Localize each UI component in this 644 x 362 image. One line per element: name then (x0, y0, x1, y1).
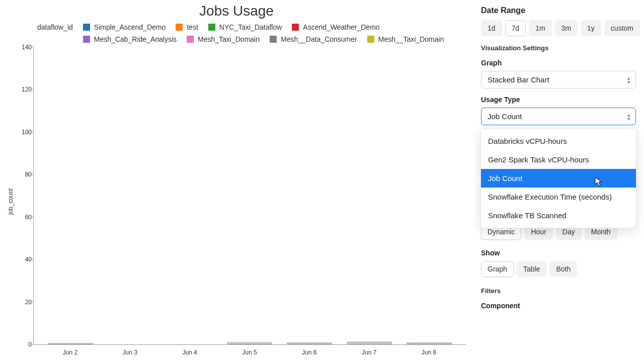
legend-swatch (83, 36, 90, 43)
date-range-7d[interactable]: 7d (505, 20, 526, 36)
bar[interactable] (407, 342, 452, 344)
bar[interactable] (347, 341, 392, 344)
legend-item[interactable]: Mesh__Taxi_Domain (367, 35, 444, 43)
graph-label: Graph (481, 59, 636, 67)
legend-item[interactable]: test (176, 23, 198, 31)
show-option-both[interactable]: Both (549, 261, 577, 277)
x-tick-label: Jun 8 (406, 349, 451, 356)
usage-type-option[interactable]: Snowflake TB Scanned (481, 206, 636, 225)
x-tick-label: Jun 3 (107, 349, 152, 356)
date-range-1y[interactable]: 1y (581, 20, 601, 36)
date-range-3m[interactable]: 3m (555, 20, 578, 36)
bar[interactable] (48, 343, 93, 344)
legend-item[interactable]: NYC_Taxi_Dataflow (208, 23, 282, 31)
legend-swatch (367, 36, 374, 43)
bar[interactable] (227, 342, 272, 344)
y-tick-label: 20 (17, 299, 32, 306)
legend-label: Ascend_Weather_Demo (303, 23, 379, 31)
viz-settings-heading: Visualization Settings (481, 44, 636, 52)
x-tick-label: Jun 6 (287, 349, 332, 356)
chart-legend: dataflow_id Simple_Ascend_DemotestNYC_Ta… (37, 23, 466, 43)
legend-swatch (83, 24, 90, 31)
usage-type-value: Job Count (488, 112, 522, 121)
date-range-group: 1d7d1m3m1ycustom (481, 20, 636, 36)
x-tick-label: Jun 7 (347, 349, 392, 356)
bar-segment[interactable] (227, 344, 272, 344)
legend-label: Simple_Ascend_Demo (94, 23, 166, 31)
usage-type-option[interactable]: Snowflake Execution Time (seconds) (481, 188, 636, 206)
chart-pane: Jobs Usage dataflow_id Simple_Ascend_Dem… (0, 0, 473, 362)
legend-label: NYC_Taxi_Dataflow (219, 23, 282, 31)
legend-title: dataflow_id (37, 23, 73, 31)
graph-type-select[interactable]: Stacked Bar Chart ▴▾ (481, 71, 636, 88)
usage-type-option[interactable]: Databricks vCPU-hours (481, 132, 636, 150)
show-group: GraphTableBoth (481, 261, 636, 277)
bar-segment[interactable] (347, 344, 392, 344)
legend-item[interactable]: Mesh_Cab_Ride_Analysis (83, 35, 177, 43)
component-label: Component (481, 302, 636, 310)
bar-segment[interactable] (48, 344, 93, 344)
y-tick-label: 120 (17, 86, 32, 93)
date-range-1m[interactable]: 1m (529, 20, 551, 36)
show-option-table[interactable]: Table (517, 261, 546, 277)
y-tick-label: 0 (17, 341, 32, 348)
legend-label: Mesh_Taxi_Domain (198, 35, 260, 43)
y-tick-label: 100 (17, 129, 32, 136)
usage-type-label: Usage Type (481, 96, 636, 104)
y-tick-label: 80 (17, 171, 32, 178)
x-tick-label: Jun 4 (167, 349, 212, 356)
chart-plot-area[interactable]: 020406080100120140 (33, 47, 466, 345)
legend-item[interactable]: Simple_Ascend_Demo (83, 23, 166, 31)
usage-type-select[interactable]: Job Count ▴▾ (481, 108, 636, 125)
usage-type-dropdown: Databricks vCPU-hoursGen2 Spark Task vCP… (480, 128, 636, 228)
y-tick-label: 60 (17, 214, 32, 221)
legend-swatch (208, 24, 215, 31)
usage-type-option[interactable]: Job Count (481, 169, 636, 188)
date-range-custom[interactable]: custom (604, 20, 640, 36)
bar-segment[interactable] (287, 344, 332, 344)
date-range-1d[interactable]: 1d (481, 20, 502, 36)
chart-title: Jobs Usage (7, 3, 466, 19)
x-axis: Jun 2Jun 3Jun 4Jun 5Jun 6Jun 7Jun 8 (33, 346, 466, 356)
x-tick-label: Jun 2 (47, 349, 93, 356)
legend-swatch (176, 24, 183, 31)
legend-item[interactable]: Ascend_Weather_Demo (292, 23, 379, 31)
legend-label: Mesh__Taxi_Domain (378, 35, 444, 43)
y-tick-label: 40 (17, 256, 32, 263)
usage-type-option[interactable]: Gen2 Spark Task vCPU-hours (481, 150, 636, 169)
graph-type-value: Stacked Bar Chart (488, 75, 549, 84)
chevrons-icon: ▴▾ (627, 76, 630, 84)
y-tick-label: 140 (17, 44, 32, 51)
legend-item[interactable]: Mesh__Data_Consumer (270, 35, 357, 43)
date-range-heading: Date Range (481, 6, 636, 15)
filters-heading: Filters (481, 287, 636, 295)
x-tick-label: Jun 5 (227, 349, 272, 356)
legend-label: Mesh__Data_Consumer (281, 35, 357, 43)
legend-label: test (187, 23, 198, 31)
y-axis-label: job_count (7, 189, 14, 215)
legend-swatch (187, 36, 194, 43)
bar[interactable] (287, 342, 332, 344)
chevrons-icon: ▴▾ (627, 113, 630, 121)
show-label: Show (481, 249, 636, 257)
legend-item[interactable]: Mesh_Taxi_Domain (187, 35, 260, 43)
legend-swatch (270, 36, 277, 43)
bar-segment[interactable] (407, 344, 452, 344)
legend-label: Mesh_Cab_Ride_Analysis (94, 35, 177, 43)
settings-panel: Date Range 1d7d1m3m1ycustom Visualizatio… (473, 0, 644, 362)
legend-swatch (292, 24, 299, 31)
show-option-graph[interactable]: Graph (481, 261, 514, 277)
